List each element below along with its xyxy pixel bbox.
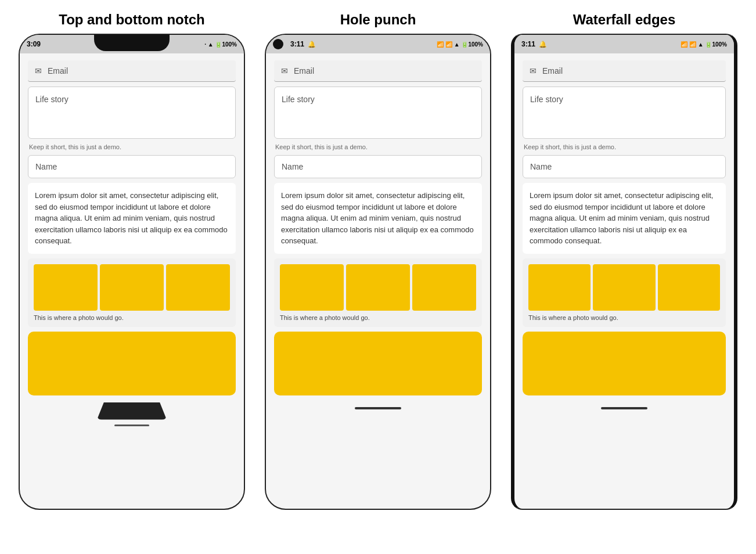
hole-punch-element <box>273 39 283 49</box>
photo-thumb-1-holepunch <box>280 264 344 311</box>
bottom-notch-area <box>20 402 244 430</box>
phone-section-waterfall: Waterfall edges 3:11 🔔 📶 📶 ▲ 🔋100% DEBUG… <box>504 12 744 510</box>
photo-caption-notch: This is where a photo would go. <box>34 314 230 321</box>
email-field-holepunch[interactable]: ✉ Email <box>274 60 482 82</box>
life-story-box-notch[interactable]: Life story <box>28 87 236 139</box>
envelope-icon-notch: ✉ <box>35 66 42 75</box>
status-icons-waterfall: 📶 📶 ▲ 🔋100% <box>681 41 727 48</box>
status-time-holepunch: 3:11 <box>290 40 304 48</box>
phone-frame-notch: 3:09 · ▲ 🔋100% DEBUG ✉ Email Life story … <box>19 34 245 510</box>
life-story-text-waterfall: Life story <box>530 95 563 104</box>
name-text-holepunch: Name <box>282 162 303 171</box>
name-text-notch: Name <box>35 162 57 171</box>
lorem-box-holepunch: Lorem ipsum dolor sit amet, consectetur … <box>274 183 482 254</box>
photo-grid-waterfall <box>528 264 720 311</box>
status-time-waterfall: 3:11 <box>521 40 535 48</box>
photo-grid-holepunch <box>280 264 476 311</box>
helper-text-waterfall: Keep it short, this is just a demo. <box>523 143 726 150</box>
email-text-waterfall: Email <box>542 66 563 75</box>
email-text-holepunch: Email <box>294 66 314 75</box>
bottom-trapezoid <box>97 402 167 420</box>
section-title-holepunch: Hole punch <box>340 12 416 28</box>
life-story-box-waterfall[interactable]: Life story <box>523 87 726 139</box>
status-bar-waterfall: 3:11 🔔 📶 📶 ▲ 🔋100% DEBUG <box>514 35 734 53</box>
phone-frame-holepunch: 3:11 🔔 📶 📶 ▲ 🔋100% DEBUG ✉ Email Life st… <box>265 34 491 510</box>
section-title-notch: Top and bottom notch <box>59 12 205 28</box>
page-layout: Top and bottom notch 3:09 · ▲ 🔋100% DEBU… <box>12 12 744 510</box>
bottom-bar-line-notch <box>114 425 149 426</box>
lorem-text-notch: Lorem ipsum dolor sit amet, consectetur … <box>35 191 228 245</box>
lorem-box-notch: Lorem ipsum dolor sit amet, consectetur … <box>28 183 236 254</box>
status-extra-holepunch: 📶 📶 ▲ 🔋100% <box>437 41 483 48</box>
name-field-waterfall[interactable]: Name <box>523 155 726 178</box>
debug-badge-waterfall: DEBUG <box>711 34 737 41</box>
photo-grid-box-notch: This is where a photo would go. <box>28 258 236 327</box>
status-icons-holepunch: 📶 📶 ▲ 🔋100% <box>437 41 483 48</box>
lorem-text-waterfall: Lorem ipsum dolor sit amet, consectetur … <box>530 191 713 245</box>
photo-thumb-1-notch <box>34 264 98 311</box>
status-bar-holepunch: 3:11 🔔 📶 📶 ▲ 🔋100% DEBUG <box>266 35 490 53</box>
status-time-notch: 3:09 <box>27 40 41 48</box>
email-field-notch[interactable]: ✉ Email <box>28 60 236 82</box>
yellow-block-notch <box>28 332 236 395</box>
status-extra-notch: · ▲ 🔋100% <box>204 41 237 48</box>
photo-thumb-2-holepunch <box>346 264 410 311</box>
helper-text-notch: Keep it short, this is just a demo. <box>28 143 236 150</box>
yellow-block-holepunch <box>274 332 482 395</box>
home-bar-holepunch <box>266 402 490 413</box>
debug-badge-holepunch: DEBUG <box>467 34 491 41</box>
photo-caption-waterfall: This is where a photo would go. <box>528 314 720 321</box>
life-story-text-holepunch: Life story <box>282 95 315 104</box>
section-title-waterfall: Waterfall edges <box>573 12 676 28</box>
home-bar-waterfall <box>514 402 734 413</box>
photo-grid-box-waterfall: This is where a photo would go. <box>523 258 726 327</box>
name-field-notch[interactable]: Name <box>28 155 236 178</box>
lorem-text-holepunch: Lorem ipsum dolor sit amet, consectetur … <box>281 191 474 245</box>
yellow-block-waterfall <box>523 332 726 395</box>
life-story-box-holepunch[interactable]: Life story <box>274 87 482 139</box>
lorem-box-waterfall: Lorem ipsum dolor sit amet, consectetur … <box>523 183 726 254</box>
helper-text-holepunch: Keep it short, this is just a demo. <box>274 143 482 150</box>
email-field-waterfall[interactable]: ✉ Email <box>523 60 726 82</box>
status-extra-waterfall: 📶 📶 ▲ 🔋100% <box>681 41 727 48</box>
email-text-notch: Email <box>48 66 68 75</box>
photo-caption-holepunch: This is where a photo would go. <box>280 314 476 321</box>
notch-element <box>94 35 170 51</box>
phone-section-notch: Top and bottom notch 3:09 · ▲ 🔋100% DEBU… <box>12 12 252 510</box>
photo-thumb-3-holepunch <box>412 264 476 311</box>
photo-thumb-1-waterfall <box>528 264 591 311</box>
status-icon-holepunch: 🔔 <box>308 41 316 48</box>
phone-content-notch: ✉ Email Life story Keep it short, this i… <box>20 53 244 402</box>
home-bar-line-holepunch <box>355 407 401 409</box>
photo-grid-box-holepunch: This is where a photo would go. <box>274 258 482 327</box>
debug-badge-notch: DEBUG <box>221 34 245 41</box>
phone-content-holepunch: ✉ Email Life story Keep it short, this i… <box>266 53 490 402</box>
status-icon-waterfall: 🔔 <box>539 41 547 48</box>
photo-thumb-3-waterfall <box>658 264 720 311</box>
photo-thumb-2-waterfall <box>593 264 655 311</box>
phone-content-waterfall: ✉ Email Life story Keep it short, this i… <box>514 53 734 402</box>
phone-section-holepunch: Hole punch 3:11 🔔 📶 📶 ▲ 🔋100% DEBUG ✉ Em… <box>258 12 498 510</box>
phone-frame-waterfall: 3:11 🔔 📶 📶 ▲ 🔋100% DEBUG ✉ Email Life st… <box>511 34 737 510</box>
home-bar-line-waterfall <box>601 407 647 409</box>
photo-grid-notch <box>34 264 230 311</box>
envelope-icon-waterfall: ✉ <box>530 66 537 75</box>
name-field-holepunch[interactable]: Name <box>274 155 482 178</box>
status-icons-notch: · ▲ 🔋100% <box>204 41 237 48</box>
status-bar-notch: 3:09 · ▲ 🔋100% DEBUG <box>20 35 244 53</box>
photo-thumb-3-notch <box>166 264 230 311</box>
life-story-text-notch: Life story <box>35 95 69 104</box>
envelope-icon-holepunch: ✉ <box>281 66 288 75</box>
photo-thumb-2-notch <box>100 264 164 311</box>
name-text-waterfall: Name <box>530 162 552 171</box>
